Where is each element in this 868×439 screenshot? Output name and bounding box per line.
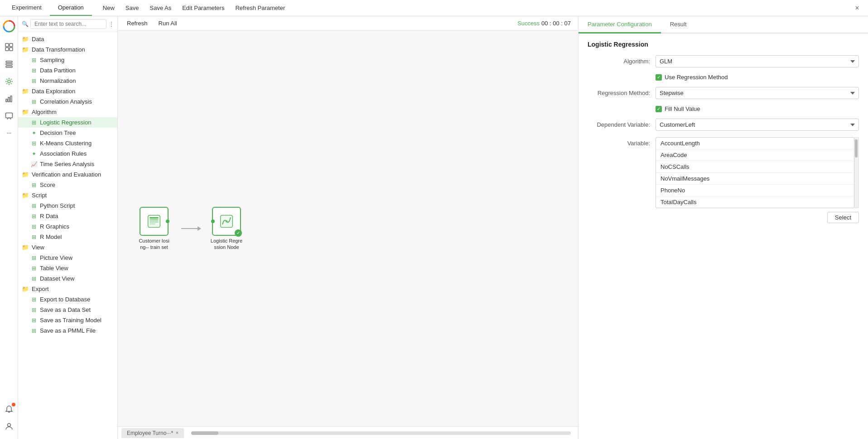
search-input[interactable] [30,19,106,29]
connector-line [181,228,199,229]
sidebar-bell-icon[interactable] [1,401,17,417]
scrollbar-thumb[interactable] [191,431,218,435]
sidebar-analytics-icon[interactable] [1,73,17,90]
connector [181,228,199,229]
panel-title: Logistic Regression [588,41,859,48]
algorithm-select[interactable]: GLM [656,55,859,67]
canvas-tab[interactable]: Employee Turno···* × [121,428,184,438]
folder-algorithm[interactable]: 📁 Algorithm [18,107,117,117]
folder-view[interactable]: 📁 View [18,242,117,253]
tree-item-logistic-regression[interactable]: ⊞ Logistic Regression [18,117,117,128]
regression-method-select[interactable]: Stepwise [656,87,859,99]
tree-item-decision-tree[interactable]: ✦ Decision Tree [18,128,117,138]
folder-export[interactable]: 📁 Export [18,284,117,294]
tree-item-normalization[interactable]: ⊞ Normalization [18,76,117,86]
variable-item-no-cs-calls[interactable]: NoCSCalls [656,161,854,173]
item-dt-icon: ✦ [31,130,37,136]
dependent-variable-select[interactable]: CustomerLeft [656,119,859,131]
menu-save[interactable]: Save [120,0,145,16]
sidebar-home-icon[interactable] [1,39,17,55]
fill-null-checkbox[interactable]: ✓ [656,106,662,112]
menu-edit-parameters[interactable]: Edit Parameters [177,0,230,16]
canvas-main[interactable]: Customer losi ng-- train set ✓ [118,31,578,426]
variable-scrollbar[interactable] [854,137,859,208]
tree-item-data-partition[interactable]: ⊞ Data Partition [18,65,117,76]
folder-verification[interactable]: 📁 Verification and Evaluation [18,169,117,180]
node-customer-loss[interactable]: Customer losi ng-- train set [136,207,172,251]
use-regression-checkbox[interactable]: ✓ [656,74,662,81]
folder-data-exploration[interactable]: 📁 Data Exploration [18,86,117,96]
top-bar-tabs: Experiment Operation [4,0,92,16]
tab-close-icon[interactable]: × [176,430,178,435]
regression-method-control: Stepwise [656,87,859,99]
tree-item-r-data[interactable]: ⊞ R Data [18,211,117,221]
variable-item-account-length[interactable]: AccountLength [656,138,854,149]
item-rgraphics-icon: ⊞ [31,224,37,230]
tab-operation[interactable]: Operation [50,0,92,16]
item-sampling-icon: ⊞ [31,57,37,63]
top-bar: Experiment Operation New Save Save As Ed… [0,0,868,16]
tree-item-picture-view[interactable]: ⊞ Picture View [18,253,117,263]
filter-icon[interactable]: ⋮⋮ [108,20,118,28]
variable-item-total-day-calls[interactable]: TotalDayCalls [656,196,854,208]
menu-refresh-parameter[interactable]: Refresh Parameter [230,0,290,16]
item-pv-icon: ⊞ [31,255,37,261]
use-regression-control: ✓ Use Regression Method [656,74,859,81]
item-ar-icon: ✦ [31,151,37,157]
tree-item-sampling[interactable]: ⊞ Sampling [18,55,117,65]
svg-point-21 [7,424,10,427]
tab-experiment[interactable]: Experiment [4,0,50,16]
variable-item-phone-no[interactable]: PhoneNo [656,185,854,196]
tree-item-export-to-database[interactable]: ⊞ Export to Database [18,294,117,305]
svg-point-28 [225,220,227,222]
tree-item-save-as-training-model[interactable]: ⊞ Save as Training Model [18,315,117,325]
tree-item-dataset-view[interactable]: ⊞ Dataset View [18,273,117,284]
tree-item-python-script[interactable]: ⊞ Python Script [18,200,117,211]
folder-script[interactable]: 📁 Script [18,190,117,200]
svg-rect-20 [5,113,12,118]
bell-badge [12,403,15,406]
tree-item-score[interactable]: ⊞ Score [18,180,117,190]
form-row-algorithm: Algorithm: GLM [588,55,859,67]
svg-rect-4 [10,48,13,51]
run-all-button[interactable]: Run All [157,19,179,28]
tree-item-r-graphics[interactable]: ⊞ R Graphics [18,221,117,232]
tab-parameter-config[interactable]: Parameter Configuration [579,16,661,33]
tree-item-table-view[interactable]: ⊞ Table View [18,263,117,273]
item-ca-icon: ⊞ [31,99,37,105]
dependent-variable-label: Dependent Variable: [588,119,656,128]
variable-list-container: AccountLength AreaCode NoCSCalls NoVmail… [656,137,859,208]
close-button[interactable]: × [850,1,864,15]
refresh-button[interactable]: Refresh [125,19,149,28]
sidebar-chart-icon[interactable] [1,91,17,107]
sidebar-data-icon[interactable] [1,56,17,72]
tree-item-kmeans[interactable]: ⊞ K-Means Clustering [18,138,117,148]
svg-rect-7 [6,66,12,67]
use-regression-checkbox-row: ✓ Use Regression Method [656,74,859,81]
form-row-variable: Variable: AccountLength AreaCode NoCSCal… [588,137,859,223]
form-row-fill-null: ✓ Fill Null Value [588,105,859,112]
node-customer-loss-label: Customer losi ng-- train set [136,238,172,251]
menu-new[interactable]: New [97,0,120,16]
folder-view-icon: 📁 [22,244,29,251]
tree-item-correlation-analysis[interactable]: ⊞ Correlation Analysis [18,96,117,107]
fill-null-spacer [588,105,656,108]
dependent-variable-control: CustomerLeft [656,119,859,131]
tree-item-save-as-pmml[interactable]: ⊞ Save as a PMML File [18,325,117,336]
node-logistic-regression[interactable]: ✓ Logistic Regre ssion Node [208,207,245,251]
tree-item-association-rules[interactable]: ✦ Association Rules [18,148,117,159]
tree-item-time-series[interactable]: 📈 Time Series Analysis [18,159,117,169]
variable-item-no-vmail-messages[interactable]: NoVmailMessages [656,173,854,185]
sidebar-message-icon[interactable] [1,108,17,124]
variable-item-area-code[interactable]: AreaCode [656,149,854,161]
menu-save-as[interactable]: Save As [145,0,177,16]
sidebar-user-icon[interactable] [1,418,17,434]
tree-item-r-model[interactable]: ⊞ R Model [18,232,117,242]
sidebar-more-icon[interactable]: ··· [1,125,17,141]
folder-data-transformation[interactable]: 📁 Data Transformation [18,44,117,55]
folder-data[interactable]: 📁 Data [18,34,117,44]
tree-item-save-as-dataset[interactable]: ⊞ Save as a Data Set [18,305,117,315]
tab-result[interactable]: Result [661,16,696,33]
select-button[interactable]: Select [827,212,859,223]
variable-control: AccountLength AreaCode NoCSCalls NoVmail… [656,137,859,223]
